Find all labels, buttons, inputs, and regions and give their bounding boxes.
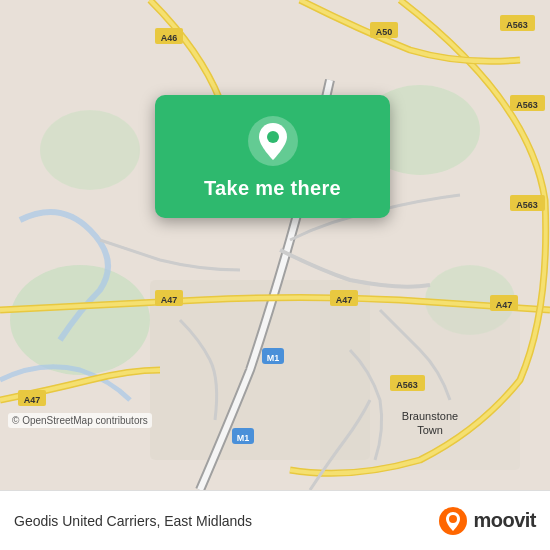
moovit-logo: moovit [438,506,536,536]
svg-text:A563: A563 [396,380,418,390]
svg-point-4 [40,110,140,190]
moovit-icon [438,506,468,536]
svg-text:A563: A563 [516,100,538,110]
svg-point-38 [449,515,457,523]
svg-text:A50: A50 [376,27,393,37]
svg-text:Town: Town [417,424,443,436]
bottom-bar: Geodis United Carriers, East Midlands mo… [0,490,550,550]
navigation-card: Take me there [155,95,390,218]
svg-text:M1: M1 [267,353,280,363]
map-copyright: © OpenStreetMap contributors [8,413,152,428]
svg-point-36 [267,131,279,143]
moovit-label: moovit [473,509,536,532]
map-container: M1 M1 M1 A47 A47 A47 A563 A563 A563 A563… [0,0,550,490]
svg-point-1 [10,265,150,375]
svg-text:A47: A47 [336,295,353,305]
location-text: Geodis United Carriers, East Midlands [14,513,252,529]
copyright-text: © OpenStreetMap contributors [12,415,148,426]
svg-text:A47: A47 [496,300,513,310]
svg-text:Braunstone: Braunstone [402,410,458,422]
location-pin-icon [247,115,299,167]
svg-text:A47: A47 [24,395,41,405]
take-me-there-button[interactable]: Take me there [204,177,341,200]
svg-text:A47: A47 [161,295,178,305]
svg-text:A563: A563 [506,20,528,30]
svg-text:M1: M1 [237,433,250,443]
svg-text:A563: A563 [516,200,538,210]
svg-text:A46: A46 [161,33,178,43]
